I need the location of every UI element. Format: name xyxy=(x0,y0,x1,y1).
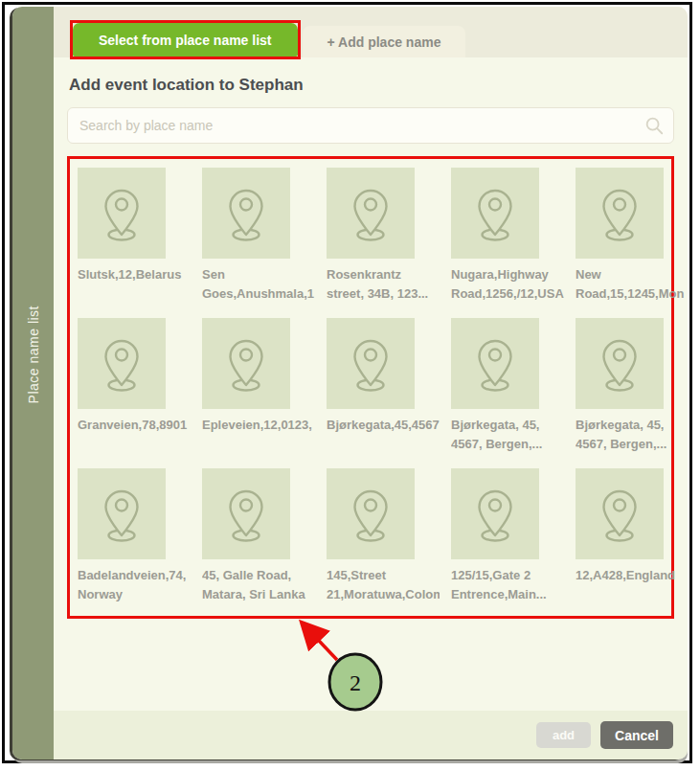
map-pin-icon xyxy=(223,184,269,243)
tab-select-from-place-name-list[interactable]: Select from place name list xyxy=(73,23,298,57)
map-pin-icon xyxy=(348,184,394,243)
place-label: 45, Galle Road, Matara, Sri Lanka xyxy=(202,566,315,606)
place-tile xyxy=(202,168,290,259)
place-label: Sen Goes,Anushmala,1 xyxy=(202,265,315,306)
place-tile xyxy=(327,318,415,409)
map-pin-icon xyxy=(99,334,145,394)
place-tile xyxy=(576,468,664,559)
place-card[interactable]: Bjørkegata, 45, 4567, Bergen,... xyxy=(451,318,564,456)
place-card[interactable]: 45, Galle Road, Matara, Sri Lanka xyxy=(202,468,315,606)
place-card[interactable]: Bjørkegata, 45, 4567, Bergen,... xyxy=(576,318,688,456)
cancel-button[interactable]: Cancel xyxy=(600,721,673,749)
place-name-list-rail[interactable]: Place name list xyxy=(12,7,54,760)
map-pin-icon xyxy=(597,184,643,243)
map-pin-icon xyxy=(99,485,145,544)
annotation-highlight-box: Select from place name list xyxy=(70,20,301,59)
place-label: 145,Street 21,Moratuwa,Colom xyxy=(327,566,440,606)
add-event-location-dialog: Place name list Select from place name l… xyxy=(12,7,688,760)
place-card[interactable]: Granveien,78,8901 xyxy=(78,318,191,456)
search-input[interactable] xyxy=(67,107,674,144)
place-card[interactable]: Rosenkrantz street, 34B, 123... xyxy=(327,168,440,306)
place-card[interactable]: Sen Goes,Anushmala,1 xyxy=(202,168,315,306)
search-bar xyxy=(67,107,674,144)
dialog-content: Add event location to Stephan Slutsk,12,… xyxy=(54,57,688,711)
place-label: Epleveien,12,0123, xyxy=(202,416,315,456)
place-card[interactable]: Epleveien,12,0123, xyxy=(202,318,315,456)
place-grid: Slutsk,12,Belarus Sen Goes,Anushmala,1 R… xyxy=(78,168,664,606)
place-label: Badelandveien,74, Norway xyxy=(78,566,191,606)
annotation-grid-box: Slutsk,12,Belarus Sen Goes,Anushmala,1 R… xyxy=(67,156,674,619)
place-label: Slutsk,12,Belarus xyxy=(78,265,191,306)
place-tile xyxy=(78,468,166,559)
place-label: New Road,15,1245,Mon xyxy=(576,265,688,306)
page-title: Add event location to Stephan xyxy=(69,76,674,95)
place-card[interactable]: 125/15,Gate 2 Entrence,Main... xyxy=(451,468,564,606)
place-label: Granveien,78,8901 xyxy=(78,416,191,456)
place-tile xyxy=(78,318,166,409)
map-pin-icon xyxy=(348,334,394,394)
place-label: 125/15,Gate 2 Entrence,Main... xyxy=(451,566,564,606)
place-card[interactable]: Badelandveien,74, Norway xyxy=(78,468,191,606)
tab-add-place-name[interactable]: + Add place name xyxy=(303,26,466,57)
place-tile xyxy=(576,318,664,409)
map-pin-icon xyxy=(472,334,518,394)
map-pin-icon xyxy=(99,184,145,243)
tab-bar: Select from place name list + Add place … xyxy=(54,7,688,57)
map-pin-icon xyxy=(348,485,394,544)
add-button[interactable]: add xyxy=(536,722,591,748)
place-card[interactable]: New Road,15,1245,Mon xyxy=(576,168,688,306)
place-tile xyxy=(451,168,539,259)
map-pin-icon xyxy=(597,334,643,394)
place-label: Bjørkegata, 45, 4567, Bergen,... xyxy=(451,416,564,456)
place-label: 12,A428,England xyxy=(576,566,688,606)
place-tile xyxy=(451,318,539,409)
map-pin-icon xyxy=(472,184,518,243)
place-tile xyxy=(576,168,664,259)
place-tile xyxy=(78,168,166,259)
place-tile xyxy=(327,468,415,559)
place-card[interactable]: 145,Street 21,Moratuwa,Colom xyxy=(327,468,440,606)
place-label: Rosenkrantz street, 34B, 123... xyxy=(327,265,440,306)
place-tile xyxy=(327,168,415,259)
place-tile xyxy=(451,468,539,559)
place-card[interactable]: 12,A428,England xyxy=(576,468,688,606)
map-pin-icon xyxy=(223,334,269,394)
place-label: Nugara,Highway Road,1256,/12,USA xyxy=(451,265,564,306)
rail-label: Place name list xyxy=(26,306,41,403)
place-tile xyxy=(202,318,290,409)
place-card[interactable]: Slutsk,12,Belarus xyxy=(78,168,191,306)
map-pin-icon xyxy=(597,485,643,544)
place-card[interactable]: Nugara,Highway Road,1256,/12,USA xyxy=(451,168,564,306)
place-label: Bjørkegata,45,4567 xyxy=(327,416,440,456)
map-pin-icon xyxy=(472,485,518,544)
map-pin-icon xyxy=(223,485,269,544)
dialog-main: Select from place name list + Add place … xyxy=(54,7,688,760)
dialog-footer: add Cancel xyxy=(54,711,688,760)
place-label: Bjørkegata, 45, 4567, Bergen,... xyxy=(576,416,688,456)
place-card[interactable]: Bjørkegata,45,4567 xyxy=(327,318,440,456)
place-tile xyxy=(202,468,290,559)
